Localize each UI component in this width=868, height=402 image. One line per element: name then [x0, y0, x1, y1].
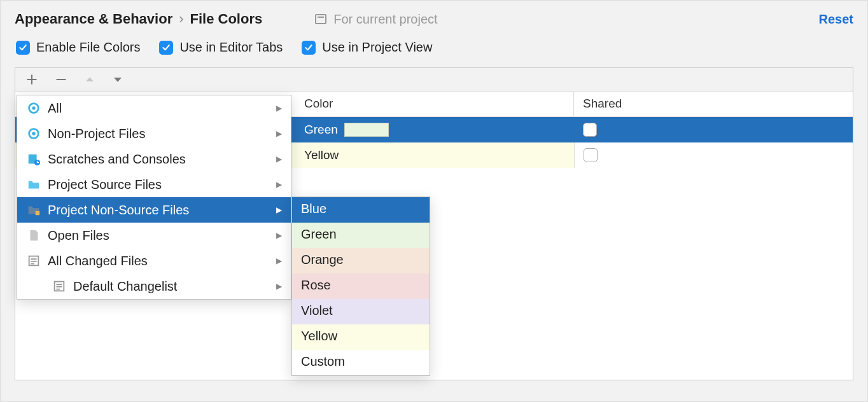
submenu-arrow-icon: ▶: [276, 205, 282, 214]
submenu-arrow-icon: ▶: [276, 256, 282, 265]
scratch-icon: [26, 151, 41, 167]
scope-menu-item[interactable]: Non-Project Files▶: [17, 121, 291, 146]
color-menu-item[interactable]: Orange: [292, 248, 430, 274]
scope-menu-item-label: All Changed Files: [48, 254, 148, 268]
cell-color: Yellow: [295, 144, 574, 166]
color-menu-item[interactable]: Blue: [292, 197, 430, 223]
svg-point-3: [32, 106, 36, 110]
scope-menu-item[interactable]: Default Changelist▶: [17, 274, 291, 299]
scope-menu-item-label: Scratches and Consoles: [48, 152, 186, 167]
enable-file-colors-label: Enable File Colors: [36, 40, 140, 55]
color-swatch: [344, 123, 389, 137]
enable-file-colors-checkbox[interactable]: Enable File Colors: [16, 40, 140, 55]
changes-icon: [26, 253, 41, 268]
checkbox-checked-icon: [159, 41, 173, 55]
svg-rect-8: [36, 211, 39, 215]
color-menu-item[interactable]: Green: [292, 223, 430, 248]
file-colors-panel: Name Color Shared Green Yellow All▶Non-P…: [15, 67, 853, 380]
move-down-button[interactable]: [112, 74, 123, 85]
file-icon: [26, 228, 41, 243]
target-icon: [26, 126, 41, 141]
color-menu-item[interactable]: Violet: [292, 299, 430, 324]
submenu-arrow-icon: ▶: [276, 282, 282, 291]
scope-menu-item-label: Project Non-Source Files: [48, 203, 189, 218]
scope-menu-item-label: Default Changelist: [73, 279, 177, 294]
reset-button[interactable]: Reset: [819, 12, 853, 27]
submenu-arrow-icon: ▶: [276, 129, 282, 138]
folder-alt-icon: [26, 202, 41, 218]
changes-icon: [52, 279, 67, 294]
folder-icon: [26, 177, 41, 192]
use-in-project-view-checkbox[interactable]: Use in Project View: [302, 40, 432, 55]
color-popup: BlueGreenOrangeRoseVioletYellowCustom: [291, 197, 430, 376]
breadcrumb-parent[interactable]: Appearance & Behavior: [15, 11, 172, 27]
scope-menu-item[interactable]: Project Source Files▶: [17, 172, 291, 197]
shared-checkbox[interactable]: [583, 123, 597, 137]
color-label: Yellow: [304, 148, 339, 162]
scope-menu-item[interactable]: Open Files▶: [17, 223, 291, 248]
remove-button[interactable]: [55, 73, 67, 86]
submenu-arrow-icon: ▶: [276, 180, 282, 189]
submenu-arrow-icon: ▶: [276, 104, 282, 113]
scope-popup: All▶Non-Project Files▶Scratches and Cons…: [17, 95, 291, 300]
checkbox-checked-icon: [302, 41, 316, 55]
breadcrumb: Appearance & Behavior › File Colors: [15, 11, 262, 27]
scope-menu-item[interactable]: All▶: [17, 95, 291, 121]
use-in-project-view-label: Use in Project View: [322, 40, 432, 55]
scope-menu-item-label: All: [48, 101, 62, 116]
scope-hint: For current project: [313, 11, 437, 27]
panel-toolbar: [15, 68, 853, 92]
color-menu-item[interactable]: Yellow: [292, 324, 430, 350]
scope-hint-text: For current project: [333, 12, 437, 27]
svg-point-5: [32, 132, 36, 135]
scope-menu-item-label: Open Files: [48, 228, 109, 243]
scope-menu-item-label: Non-Project Files: [48, 127, 145, 141]
color-label: Green: [304, 123, 338, 137]
scope-menu-item[interactable]: Scratches and Consoles▶: [17, 146, 291, 172]
column-header-shared: Shared: [574, 92, 853, 116]
scope-menu-item-label: Project Source Files: [48, 177, 162, 192]
scope-menu-item[interactable]: Project Non-Source Files▶: [17, 197, 291, 223]
project-scope-icon: [313, 11, 328, 27]
cell-shared[interactable]: [574, 142, 853, 168]
use-in-editor-tabs-label: Use in Editor Tabs: [179, 40, 283, 55]
submenu-arrow-icon: ▶: [276, 155, 282, 163]
color-menu-item[interactable]: Custom: [292, 350, 430, 375]
submenu-arrow-icon: ▶: [276, 231, 282, 240]
add-button[interactable]: [25, 73, 38, 86]
cell-shared[interactable]: [574, 117, 853, 142]
scope-menu-item[interactable]: All Changed Files▶: [17, 248, 291, 274]
use-in-editor-tabs-checkbox[interactable]: Use in Editor Tabs: [159, 40, 283, 55]
breadcrumb-separator: ›: [179, 11, 183, 27]
svg-rect-1: [318, 17, 324, 18]
move-up-button[interactable]: [84, 74, 95, 85]
target-icon: [26, 100, 41, 116]
checkbox-checked-icon: [16, 41, 30, 55]
color-menu-item[interactable]: Rose: [292, 274, 430, 299]
cell-color: Green: [295, 119, 574, 141]
breadcrumb-current: File Colors: [190, 11, 263, 27]
shared-checkbox[interactable]: [584, 148, 598, 162]
column-header-color: Color: [295, 92, 574, 116]
svg-rect-0: [316, 15, 326, 24]
